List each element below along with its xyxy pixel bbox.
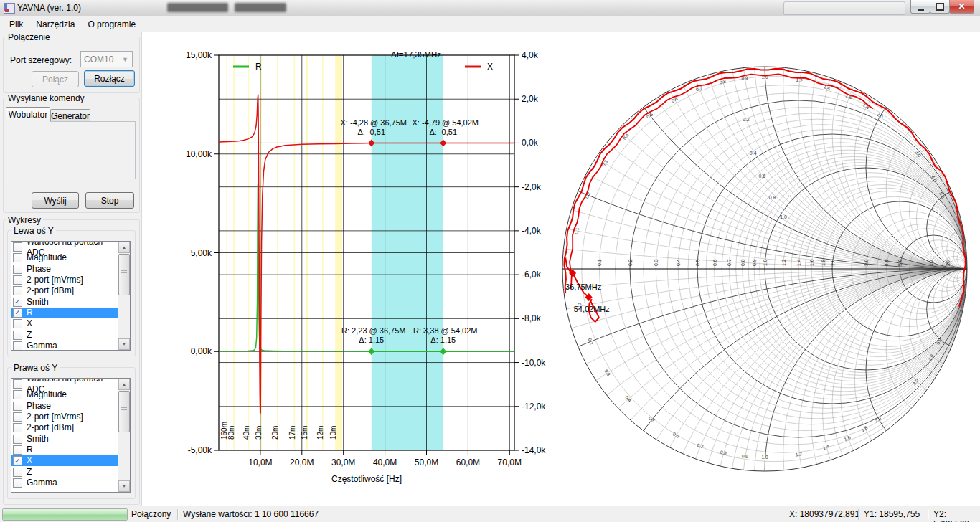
connection-group-label: Połączenie xyxy=(6,32,52,42)
checkbox-icon[interactable] xyxy=(13,379,22,389)
checkbox-icon[interactable] xyxy=(13,319,22,328)
menu-bar: Plik Narzędzia O programie xyxy=(0,16,980,32)
list-item[interactable]: Gamma xyxy=(11,341,119,351)
scrollbar[interactable]: ▲ ▼ xyxy=(118,242,130,350)
list-item[interactable]: 2-port [dBm] xyxy=(11,285,119,296)
list-item-label: R xyxy=(27,445,33,455)
svg-text:Δ: 1,15: Δ: 1,15 xyxy=(430,336,456,344)
left-axis-listbox[interactable]: ▲ ▼ Wartości na portach ADCMagnitudePhas… xyxy=(11,241,131,351)
list-item[interactable]: ✓Smith xyxy=(11,296,119,307)
svg-text:1.2: 1.2 xyxy=(781,259,786,266)
list-item-label: Z xyxy=(27,467,32,478)
list-item[interactable]: 2-port [mVrms] xyxy=(11,275,119,285)
svg-text:R: 3,38 @ 54,02M: R: 3,38 @ 54,02M xyxy=(413,326,477,335)
svg-text:40m: 40m xyxy=(242,426,250,440)
checkbox-icon[interactable] xyxy=(13,331,22,340)
connect-button[interactable]: Połącz xyxy=(32,71,79,87)
tab-wobulator[interactable]: Wobulator xyxy=(6,107,50,122)
menu-plik[interactable]: Plik xyxy=(3,17,29,32)
checkbox-icon[interactable] xyxy=(13,253,22,262)
scrollbar-thumb[interactable] xyxy=(118,254,130,295)
title-bar[interactable]: YAVNA (ver. 1.0) ✕ xyxy=(0,0,980,16)
svg-text:0.6: 0.6 xyxy=(712,259,717,266)
svg-text:R: 2,23 @ 36,75M: R: 2,23 @ 36,75M xyxy=(341,326,405,335)
list-item-label: Phase xyxy=(27,401,51,412)
checkbox-icon[interactable]: ✓ xyxy=(13,456,22,465)
tab-generator[interactable]: Generator xyxy=(50,109,90,122)
scroll-up-icon[interactable]: ▲ xyxy=(118,379,130,390)
sent-values: Wysłane wartości: 1 10 600 116667 xyxy=(183,509,319,519)
list-item[interactable]: 2-port [mVrms] xyxy=(11,412,119,422)
checkbox-icon[interactable] xyxy=(13,445,22,455)
list-item[interactable]: Gamma xyxy=(11,478,119,488)
checkbox-icon[interactable] xyxy=(13,402,22,411)
checkbox-icon[interactable]: ✓ xyxy=(13,308,22,318)
left-axis-group-label: Lewa oś Y xyxy=(11,226,56,236)
checkbox-icon[interactable] xyxy=(13,478,22,488)
wobulator-tab-page xyxy=(6,121,136,179)
list-item[interactable]: Smith xyxy=(11,433,119,444)
checkbox-icon[interactable] xyxy=(13,435,22,444)
svg-text:10,0M: 10,0M xyxy=(248,457,272,468)
minimize-button[interactable] xyxy=(910,0,930,14)
svg-text:0.6: 0.6 xyxy=(672,431,681,439)
svg-text:0.9: 0.9 xyxy=(742,453,749,459)
list-item[interactable]: Wartości na portach ADC xyxy=(11,242,119,252)
scrollbar[interactable]: ▲ ▼ xyxy=(118,379,130,492)
list-item-label: 2-port [dBm] xyxy=(27,422,74,433)
checkbox-icon[interactable] xyxy=(13,286,22,295)
checkbox-icon[interactable] xyxy=(13,275,22,285)
progress-bar xyxy=(2,508,128,521)
app-icon xyxy=(4,3,15,14)
svg-text:0.9: 0.9 xyxy=(752,259,757,266)
list-item[interactable]: R xyxy=(11,445,119,455)
list-item[interactable]: ✓X xyxy=(11,455,119,466)
svg-text:2.0: 2.0 xyxy=(876,111,885,119)
send-button[interactable]: Wyślij xyxy=(32,192,79,209)
checkbox-icon[interactable] xyxy=(13,412,22,422)
checkbox-icon[interactable]: ✓ xyxy=(13,298,22,307)
svg-text:0.4: 0.4 xyxy=(676,259,681,266)
checkbox-icon[interactable] xyxy=(13,242,22,252)
scroll-down-icon[interactable]: ▼ xyxy=(118,338,130,350)
status-separator xyxy=(858,509,859,520)
close-button[interactable]: ✕ xyxy=(949,0,974,14)
checkbox-icon[interactable] xyxy=(13,341,22,351)
checkbox-icon[interactable] xyxy=(13,423,22,432)
svg-text:-14,0k: -14,0k xyxy=(522,445,546,455)
serial-port-combo[interactable]: COM10 ▼ xyxy=(80,51,133,67)
checkbox-icon[interactable] xyxy=(13,390,22,399)
svg-text:0.8: 0.8 xyxy=(740,259,745,266)
menu-o-programie[interactable]: O programie xyxy=(81,17,142,32)
list-item[interactable]: Phase xyxy=(11,401,119,412)
list-item[interactable]: Z xyxy=(11,329,119,340)
scrollbar-thumb[interactable] xyxy=(118,391,130,432)
list-item[interactable]: X xyxy=(11,318,119,329)
list-item[interactable]: Phase xyxy=(11,264,119,275)
window-title: YAVNA (ver. 1.0) xyxy=(17,3,81,13)
list-item[interactable]: Wartości na portach ADC xyxy=(11,379,119,389)
svg-text:Częstotliwość [Hz]: Częstotliwość [Hz] xyxy=(331,474,402,484)
svg-text:-8,0k: -8,0k xyxy=(522,313,542,323)
svg-text:-5,00k: -5,00k xyxy=(188,445,212,455)
checkbox-icon[interactable] xyxy=(13,265,22,274)
svg-text:0.8: 0.8 xyxy=(769,195,776,200)
connection-status: Połączony xyxy=(131,509,171,519)
svg-text:2.0: 2.0 xyxy=(830,259,835,266)
yavna-window: YAVNA (ver. 1.0) ✕ Plik Narzędzia O prog… xyxy=(0,0,980,522)
scroll-up-icon[interactable]: ▲ xyxy=(118,242,130,253)
stop-button[interactable]: Stop xyxy=(85,192,134,209)
menu-narzedzia[interactable]: Narzędzia xyxy=(29,17,81,32)
checkbox-icon[interactable] xyxy=(13,468,22,477)
svg-text:20m: 20m xyxy=(271,426,279,440)
right-axis-listbox[interactable]: ▲ ▼ Wartości na portach ADCMagnitudePhas… xyxy=(11,378,131,493)
list-item[interactable]: Z xyxy=(11,466,119,477)
svg-text:1.2: 1.2 xyxy=(795,451,803,457)
list-item[interactable]: ✓R xyxy=(11,308,119,318)
close-icon: ✕ xyxy=(958,1,965,11)
scroll-down-icon[interactable]: ▼ xyxy=(118,480,130,492)
list-item[interactable]: 2-port [dBm] xyxy=(11,422,119,433)
restore-button[interactable] xyxy=(930,0,950,14)
disconnect-button[interactable]: Rozłącz xyxy=(84,70,135,87)
svg-text:0.5: 0.5 xyxy=(695,259,700,266)
